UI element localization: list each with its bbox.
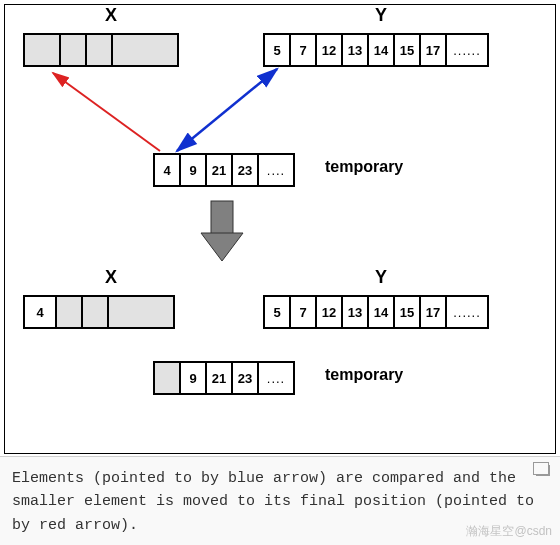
t2-cell: 9 — [181, 363, 207, 393]
y-array-2: 5 7 12 13 14 15 17 ...... — [263, 295, 489, 329]
y-label-1: Y — [375, 5, 387, 26]
x1-cell — [25, 35, 61, 65]
x1-cell — [113, 35, 177, 65]
t2-cell: 23 — [233, 363, 259, 393]
x-array-2: 4 — [23, 295, 175, 329]
y1-cell: 15 — [395, 35, 421, 65]
y1-cell: 12 — [317, 35, 343, 65]
x2-cell: 4 — [25, 297, 57, 327]
temp-array-1: 4 9 21 23 .... — [153, 153, 295, 187]
y2-cell: 12 — [317, 297, 343, 327]
x1-cell — [61, 35, 87, 65]
x1-cell — [87, 35, 113, 65]
t1-cell: 21 — [207, 155, 233, 185]
x-label-1: X — [105, 5, 117, 26]
y1-cell: 14 — [369, 35, 395, 65]
t1-cell: .... — [259, 155, 293, 185]
temp-label-2: temporary — [325, 366, 403, 384]
x2-cell — [83, 297, 109, 327]
y1-cell: 13 — [343, 35, 369, 65]
t2-cell — [155, 363, 181, 393]
svg-rect-0 — [211, 201, 233, 235]
x-array-1 — [23, 33, 179, 67]
t1-cell: 4 — [155, 155, 181, 185]
y1-cell: ...... — [447, 35, 487, 65]
blue-arrow-icon — [177, 69, 277, 151]
t1-cell: 9 — [181, 155, 207, 185]
y2-cell: 15 — [395, 297, 421, 327]
y2-cell: ...... — [447, 297, 487, 327]
y2-cell: 13 — [343, 297, 369, 327]
caption-area: Elements (pointed to by blue arrow) are … — [0, 456, 560, 545]
down-arrow-icon — [201, 201, 243, 261]
y1-cell: 17 — [421, 35, 447, 65]
t2-cell: 21 — [207, 363, 233, 393]
y2-cell: 7 — [291, 297, 317, 327]
y2-cell: 5 — [265, 297, 291, 327]
x2-cell — [109, 297, 173, 327]
t2-cell: .... — [259, 363, 293, 393]
watermark-text: 瀚海星空@csdn — [466, 522, 552, 541]
y-label-2: Y — [375, 267, 387, 288]
x2-cell — [57, 297, 83, 327]
y1-cell: 7 — [291, 35, 317, 65]
y2-cell: 17 — [421, 297, 447, 327]
y1-cell: 5 — [265, 35, 291, 65]
red-arrow-icon — [53, 73, 160, 151]
caption-text: Elements (pointed to by blue arrow) are … — [12, 470, 534, 534]
y2-cell: 14 — [369, 297, 395, 327]
expand-icon[interactable] — [536, 465, 550, 476]
x-label-2: X — [105, 267, 117, 288]
diagram-container: X Y 5 7 12 13 14 15 17 ...... 4 9 21 23 … — [4, 4, 556, 454]
t1-cell: 23 — [233, 155, 259, 185]
svg-marker-1 — [201, 233, 243, 261]
temp-label-1: temporary — [325, 158, 403, 176]
temp-array-2: 9 21 23 .... — [153, 361, 295, 395]
y-array-1: 5 7 12 13 14 15 17 ...... — [263, 33, 489, 67]
